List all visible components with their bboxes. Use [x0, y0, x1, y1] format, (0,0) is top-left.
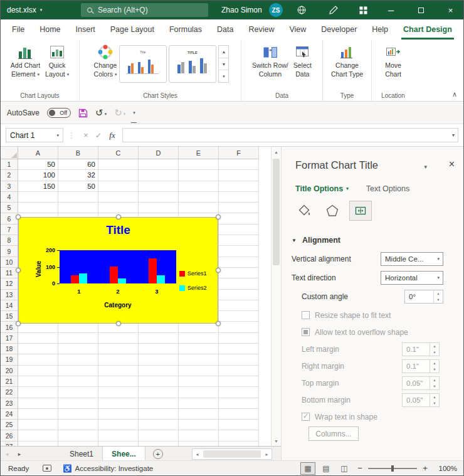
- cell-B18[interactable]: [58, 344, 98, 354]
- maximize-button[interactable]: [407, 1, 435, 19]
- cell-A1[interactable]: 50: [18, 159, 58, 170]
- tab-text-options[interactable]: Text Options: [366, 184, 409, 193]
- page-break-view-button[interactable]: ◫: [337, 462, 352, 475]
- scroll-up-icon[interactable]: ▲: [272, 147, 281, 157]
- cell-F19[interactable]: [219, 354, 259, 365]
- spin-up-icon[interactable]: ▲: [430, 360, 439, 366]
- column-header-a[interactable]: A: [18, 147, 58, 159]
- cell-B27[interactable]: [58, 442, 98, 446]
- cell-C5[interactable]: [98, 203, 139, 213]
- cell-A27[interactable]: [18, 442, 58, 446]
- sheet-tab-sheet1[interactable]: Sheet1: [61, 447, 103, 462]
- vertical-scrollbar[interactable]: ▲ ▼: [271, 147, 281, 446]
- bar-series1-cat-2[interactable]: [110, 267, 118, 283]
- cell-C24[interactable]: [98, 409, 139, 420]
- bar-series2-cat-2[interactable]: [118, 278, 126, 283]
- chart-handle-bottom-middle[interactable]: [116, 321, 121, 326]
- fill-line-icon[interactable]: [293, 201, 315, 221]
- ribbon-tab-page-layout[interactable]: Page Layout: [103, 19, 162, 40]
- row-header-4[interactable]: 4: [1, 192, 18, 203]
- sheet-nav-left-icon[interactable]: ◂: [1, 447, 13, 462]
- pane-options-caret-icon[interactable]: ▾: [424, 164, 427, 170]
- sheet-tab-shee[interactable]: Shee...: [103, 447, 145, 462]
- cell-A23[interactable]: [18, 398, 58, 409]
- cell-F6[interactable]: [219, 213, 259, 224]
- spin-down-icon[interactable]: ▼: [430, 400, 439, 406]
- cell-D17[interactable]: [139, 333, 179, 344]
- spin-down-icon[interactable]: ▼: [434, 297, 443, 303]
- bar-series2-cat-3[interactable]: [157, 275, 165, 283]
- avatar[interactable]: ZS: [269, 3, 283, 17]
- bottom-margin-spinner[interactable]: 0.05" ▲▼: [402, 393, 440, 407]
- search-box[interactable]: Search (Alt+Q): [81, 3, 208, 17]
- cell-B16[interactable]: [58, 322, 98, 332]
- horizontal-scroll-thumb[interactable]: [203, 450, 261, 458]
- cell-B24[interactable]: [58, 409, 98, 420]
- cell-D1[interactable]: [139, 159, 179, 170]
- row-header-10[interactable]: 10: [1, 257, 18, 268]
- ribbon-tab-developer[interactable]: Developer: [314, 19, 364, 40]
- cell-B22[interactable]: [58, 387, 98, 398]
- formula-bar-input[interactable]: ▾: [122, 128, 458, 142]
- cell-D26[interactable]: [139, 430, 179, 441]
- row-header-24[interactable]: 24: [1, 409, 18, 420]
- cell-C3[interactable]: [98, 181, 139, 192]
- cell-B3[interactable]: 50: [58, 181, 98, 192]
- pane-close-button[interactable]: ×: [449, 159, 455, 170]
- cell-C19[interactable]: [98, 354, 139, 365]
- cell-D22[interactable]: [139, 387, 179, 398]
- cell-E2[interactable]: [179, 170, 219, 181]
- cell-E25[interactable]: [179, 420, 219, 430]
- vertical-scroll-thumb[interactable]: [273, 159, 280, 265]
- row-header-14[interactable]: 14: [1, 300, 18, 311]
- cell-C21[interactable]: [98, 376, 139, 387]
- row-header-15[interactable]: 15: [1, 311, 18, 322]
- cell-D19[interactable]: [139, 354, 179, 365]
- cell-F5[interactable]: [219, 203, 259, 213]
- cell-B20[interactable]: [58, 366, 98, 376]
- top-margin-spinner[interactable]: 0.05" ▲▼: [402, 376, 440, 390]
- cell-E1[interactable]: [179, 159, 219, 170]
- cell-B21[interactable]: [58, 376, 98, 387]
- name-box[interactable]: Chart 1 ▾: [6, 128, 63, 142]
- document-title[interactable]: dest.xlsx ▾: [7, 1, 42, 19]
- cell-E5[interactable]: [179, 203, 219, 213]
- cell-C20[interactable]: [98, 366, 139, 376]
- cell-B4[interactable]: [58, 192, 98, 203]
- cell-F11[interactable]: [219, 268, 259, 278]
- row-header-12[interactable]: 12: [1, 278, 18, 289]
- chart-handle-bottom-left[interactable]: [16, 321, 21, 326]
- alignment-section-header[interactable]: ▼ Alignment: [292, 236, 340, 245]
- ribbon-tab-review[interactable]: Review: [241, 19, 282, 40]
- cell-F1[interactable]: [219, 159, 259, 170]
- cell-B23[interactable]: [58, 398, 98, 409]
- cell-A5[interactable]: [18, 203, 58, 213]
- cell-E23[interactable]: [179, 398, 219, 409]
- insert-function-button[interactable]: fx: [105, 130, 120, 140]
- cell-F3[interactable]: [219, 181, 259, 192]
- tab-title-options[interactable]: Title Options ▾: [295, 184, 349, 193]
- new-sheet-button[interactable]: +: [153, 449, 163, 459]
- chart-handle-bottom-right[interactable]: [216, 321, 221, 326]
- enter-entry-button[interactable]: ✓: [92, 131, 105, 140]
- cell-E17[interactable]: [179, 333, 219, 344]
- cell-A16[interactable]: [18, 322, 58, 332]
- cell-D16[interactable]: [139, 322, 179, 332]
- cell-F12[interactable]: [219, 278, 259, 289]
- cell-B1[interactable]: 60: [58, 159, 98, 170]
- scroll-right-icon[interactable]: ▸: [262, 449, 272, 459]
- custom-angle-spinner[interactable]: 0° ▲▼: [404, 290, 443, 304]
- cell-F15[interactable]: [219, 311, 259, 322]
- quick-layout-button[interactable]: Quick Layout▾: [43, 42, 71, 80]
- draw-pencil-icon[interactable]: [322, 1, 344, 19]
- cell-C25[interactable]: [98, 420, 139, 430]
- cell-D27[interactable]: [139, 442, 179, 446]
- cell-E16[interactable]: [179, 322, 219, 332]
- row-header-2[interactable]: 2: [1, 170, 18, 181]
- cell-D2[interactable]: [139, 170, 179, 181]
- spin-up-icon[interactable]: ▲: [430, 377, 439, 383]
- size-properties-icon[interactable]: [349, 201, 372, 221]
- change-colors-button[interactable]: Change Colors▾: [92, 42, 120, 80]
- cell-C2[interactable]: [98, 170, 139, 181]
- cell-E26[interactable]: [179, 430, 219, 441]
